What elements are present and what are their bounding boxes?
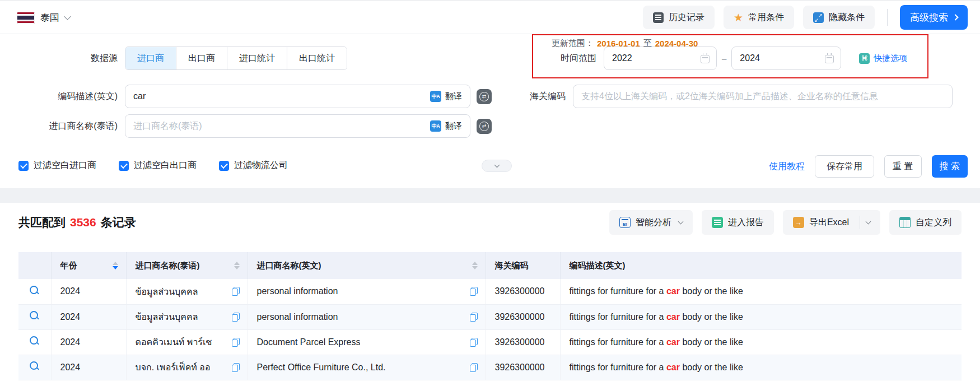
quick-options-button[interactable]: ⌘ 快捷选项 [859, 53, 907, 64]
start-year-input[interactable] [604, 46, 717, 70]
summary-prefix: 共匹配到 [18, 215, 66, 230]
results-count: 3536 [70, 216, 96, 229]
cell-importer-thai: ดอคคิวเมนท์ พาร์เซ [126, 329, 248, 355]
keyword-highlight: car [666, 362, 680, 372]
sort-control[interactable] [113, 262, 118, 270]
expand-more-button[interactable] [482, 160, 512, 172]
header-importer-en-label: 进口商名称(英文) [257, 261, 321, 271]
advanced-search-button[interactable]: 高级搜索 [900, 5, 968, 30]
divider [887, 9, 888, 26]
header-importer-thai[interactable]: 进口商名称(泰语) [126, 252, 248, 279]
country-selector[interactable]: 泰国 [17, 11, 70, 24]
cell-hs-code: 3926300000 [486, 279, 560, 304]
copy-icon[interactable] [470, 287, 478, 296]
topbar: 泰国 历史记录 ★ 常用条件 隐藏条件 高级搜索 [0, 1, 980, 34]
hs-code-field[interactable] [581, 91, 944, 101]
copy-icon[interactable] [470, 363, 478, 372]
search-button[interactable]: 搜 索 [932, 155, 968, 178]
filter-blank-exporter-checkbox[interactable]: 过滤空白出口商 [119, 160, 197, 171]
tab-export-stats[interactable]: 出口统计 [287, 47, 347, 69]
checkbox-checked-icon [18, 161, 29, 171]
command-icon: ⌘ [859, 53, 870, 64]
form-actions: 使用教程 保存常用 重 置 搜 索 [769, 155, 968, 178]
country-name: 泰国 [40, 11, 59, 24]
cell-year: 2024 [51, 279, 126, 304]
filter-logistics-checkbox[interactable]: 过滤物流公司 [219, 160, 288, 171]
translate-label: 翻译 [445, 121, 462, 132]
row-search-icon[interactable] [29, 361, 40, 371]
filters-row: 过滤空白进口商 过滤空白出口商 过滤物流公司 [18, 160, 288, 171]
cell-code-desc: fittings for furniture for a car body or… [560, 279, 962, 304]
time-range-label: 时间范围 [535, 53, 596, 64]
table-row: 2024 ข้อมูลส่วนบุคคล personal informatio… [18, 304, 962, 329]
translate-button[interactable]: 中A 翻译 [430, 91, 462, 102]
history-icon [653, 12, 664, 23]
export-excel-button[interactable]: → 导出Excel [783, 210, 880, 235]
sort-control[interactable] [234, 262, 240, 270]
checkbox-checked-icon [219, 161, 229, 171]
reset-button[interactable]: 重 置 [884, 155, 921, 178]
copy-icon[interactable] [232, 313, 240, 322]
custom-columns-button[interactable]: 自定义列 [889, 210, 962, 235]
row-search-icon[interactable] [29, 285, 40, 296]
exact-match-toggle[interactable]: ⇄ [477, 119, 492, 134]
filter-label: 过滤空白出口商 [134, 160, 197, 171]
translate-button[interactable]: 中A 翻译 [430, 120, 462, 132]
sort-control[interactable] [472, 262, 478, 270]
save-favorite-button[interactable]: 保存常用 [815, 155, 874, 178]
keyword-highlight: car [666, 337, 680, 347]
cell-code-desc: fittings for furniture for a car body or… [560, 304, 962, 329]
end-year-input[interactable] [731, 46, 841, 70]
header-search-col [18, 252, 51, 279]
chevron-right-icon [952, 14, 958, 20]
header-year-label: 年份 [60, 261, 77, 271]
copy-icon[interactable] [470, 313, 478, 322]
header-year[interactable]: 年份 [51, 252, 126, 279]
date-separator: – [722, 54, 726, 63]
importer-name-field[interactable] [133, 121, 430, 131]
datasource-label: 数据源 [0, 53, 118, 64]
code-desc-field[interactable] [133, 91, 430, 101]
calendar-icon[interactable] [701, 55, 710, 63]
table-row: 2024 ข้อมูลส่วนบุคคล personal informatio… [18, 279, 962, 304]
chevron-down-icon[interactable] [866, 218, 871, 224]
exchange-icon: ⇄ [479, 122, 489, 131]
checkbox-checked-icon [119, 161, 129, 171]
cell-importer-en: personal information [248, 304, 486, 329]
search-panel: 数据源 进口商 出口商 进口统计 出口统计 更新范围： 2016-01-01 至… [0, 34, 980, 188]
history-button[interactable]: 历史记录 [643, 6, 715, 29]
copy-icon[interactable] [232, 363, 240, 372]
hs-code-input[interactable] [573, 85, 953, 108]
cell-hs-code: 3926300000 [486, 329, 560, 355]
start-year-field[interactable] [612, 53, 701, 63]
copy-icon[interactable] [470, 338, 478, 347]
exact-match-toggle[interactable]: ⇄ [477, 89, 492, 104]
copy-icon[interactable] [232, 287, 240, 296]
importer-name-row: 进口商名称(泰语) 中A 翻译 ⇄ [0, 114, 492, 138]
calendar-icon[interactable] [825, 55, 834, 63]
code-desc-input[interactable]: 中A 翻译 [125, 85, 470, 108]
end-year-field[interactable] [740, 53, 825, 63]
results-summary: 共匹配到 3536 条记录 [18, 215, 136, 230]
row-search-icon[interactable] [29, 310, 40, 321]
smart-analysis-button[interactable]: BI 智能分析 [609, 210, 693, 235]
row-search-icon[interactable] [29, 336, 40, 346]
tab-importer[interactable]: 进口商 [125, 47, 176, 69]
header-importer-en[interactable]: 进口商名称(英文) [248, 252, 486, 279]
cell-importer-thai: ข้อมูลส่วนบุคคล [126, 279, 248, 304]
copy-icon[interactable] [232, 338, 240, 347]
cell-importer-thai: ข้อมูลส่วนบุคคล [126, 304, 248, 329]
history-label: 历史记录 [669, 12, 704, 24]
chevron-down-icon [64, 13, 71, 20]
hide-conditions-button[interactable]: 隐藏条件 [803, 6, 875, 29]
datasource-row: 数据源 进口商 出口商 进口统计 出口统计 [0, 46, 347, 70]
importer-name-input[interactable]: 中A 翻译 [125, 114, 470, 138]
keyword-highlight: car [666, 312, 680, 322]
enter-report-button[interactable]: 进入报告 [702, 210, 774, 235]
filter-blank-importer-checkbox[interactable]: 过滤空白进口商 [18, 160, 96, 171]
favorites-button[interactable]: ★ 常用条件 [724, 6, 794, 29]
cell-year: 2024 [51, 355, 126, 380]
tutorial-link[interactable]: 使用教程 [769, 161, 805, 173]
tab-exporter[interactable]: 出口商 [176, 47, 227, 69]
tab-import-stats[interactable]: 进口统计 [227, 47, 287, 69]
